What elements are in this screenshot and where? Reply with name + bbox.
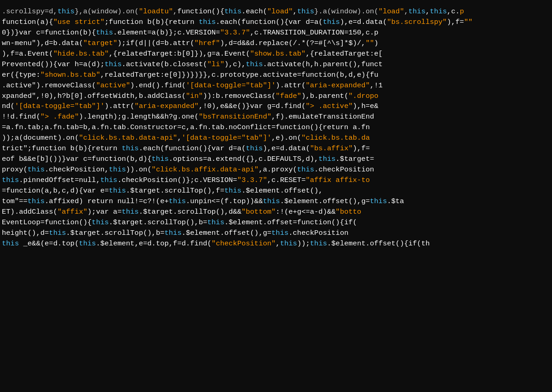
code-display: .scrollspy=d,this},a(window).on("loadtu"… xyxy=(0,0,552,392)
